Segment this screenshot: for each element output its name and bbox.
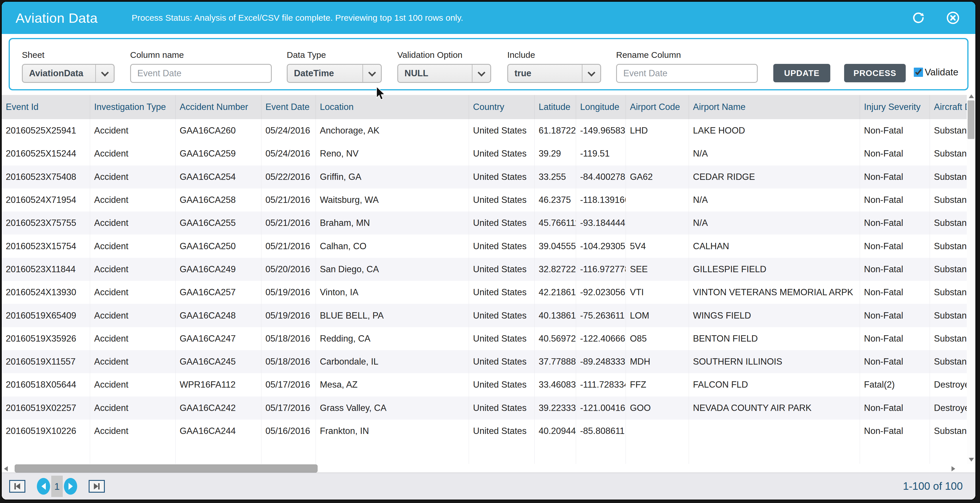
column-header[interactable]: Event Id (2, 95, 90, 119)
table-cell: 45.766111 (535, 211, 576, 235)
table-row[interactable]: 20160518X05644AccidentWPR16FA11205/17/20… (2, 373, 967, 396)
table-row[interactable]: 20160525X15244AccidentGAA16CA25905/24/20… (2, 142, 967, 165)
table-cell: United States (469, 211, 535, 235)
column-header[interactable]: Location (316, 95, 469, 119)
table-cell: Accident (90, 211, 176, 235)
table-cell: United States (469, 420, 535, 443)
table-row[interactable]: 20160523X15754AccidentGAA16CA25005/21/20… (2, 235, 967, 257)
table-cell: VTI (626, 281, 689, 304)
column-header[interactable]: Event Date (261, 95, 316, 119)
table-cell (469, 443, 535, 464)
include-select[interactable]: true (507, 64, 601, 83)
table-row[interactable]: 20160519X10226AccidentGAA16CA24405/16/20… (2, 420, 967, 443)
table-cell: 40.569722 (535, 327, 576, 350)
first-page-button[interactable] (9, 480, 25, 493)
validation-option-select[interactable]: NULL (397, 64, 491, 83)
table-cell: United States (469, 373, 535, 396)
column-header[interactable]: Country (469, 95, 535, 119)
horizontal-scrollbar[interactable] (2, 464, 967, 473)
column-name-input[interactable] (130, 64, 272, 83)
table-cell: 5V4 (626, 235, 689, 257)
table-cell: N/A (689, 189, 860, 211)
process-button[interactable]: PROCESS (844, 64, 906, 82)
table-cell: GAA16CA255 (176, 211, 261, 235)
table-cell: 05/17/2016 (261, 397, 316, 420)
table-cell: BLUE BELL, PA (316, 304, 469, 327)
table-cell: Griffin, GA (316, 165, 469, 189)
column-header[interactable]: Airport Name (689, 95, 860, 119)
column-header[interactable]: Longitude (576, 95, 626, 119)
validate-checkbox[interactable] (914, 68, 923, 77)
next-page-button[interactable] (64, 478, 77, 495)
table-cell: Substantial (930, 235, 967, 257)
column-header[interactable]: Latitude (535, 95, 576, 119)
update-button[interactable]: UPDATE (773, 64, 830, 82)
table-cell: -93.184444 (576, 211, 626, 235)
table-cell: 05/17/2016 (261, 373, 316, 396)
table-row[interactable]: 20160523X75755AccidentGAA16CA25505/21/20… (2, 211, 967, 235)
include-select-arrow[interactable] (582, 65, 600, 82)
table-row[interactable]: 20160519X65409AccidentGAA16CA24805/19/20… (2, 304, 967, 327)
last-page-button[interactable] (89, 480, 105, 493)
scroll-left-arrow-icon[interactable] (4, 466, 8, 471)
table-cell (689, 420, 860, 443)
data-type-select-arrow[interactable] (363, 65, 381, 82)
validate-field: Validate (914, 67, 958, 78)
validation-option-select-arrow[interactable] (472, 65, 490, 82)
sheet-select[interactable]: AviationData (22, 64, 115, 83)
validate-label[interactable]: Validate (925, 67, 958, 78)
page-title: Aviation Data (16, 10, 98, 26)
sheet-select-arrow[interactable] (95, 65, 114, 82)
table-cell: 05/24/2016 (261, 142, 316, 165)
table-cell: LOM (626, 304, 689, 327)
close-icon[interactable] (946, 11, 960, 25)
table-row[interactable]: 20160523X75408AccidentGAA16CA25405/22/20… (2, 165, 967, 189)
app-root: Aviation Data Process Status: Analysis o… (0, 0, 980, 503)
rename-column-field: Rename Column (616, 50, 758, 83)
table-cell: 20160523X75755 (2, 211, 90, 235)
table-cell: Mesa, AZ (316, 373, 469, 396)
table-cell (626, 443, 689, 464)
table-cell: Non-Fatal (860, 304, 930, 327)
table-cell: 05/21/2016 (261, 211, 316, 235)
scroll-down-arrow-icon[interactable] (969, 458, 974, 462)
table-row[interactable]: 20160523X11844AccidentGAA16CA24905/20/20… (2, 258, 967, 281)
table-row[interactable]: 20160519X11557AccidentGAA16CA24505/18/20… (2, 350, 967, 373)
table-cell: Accident (90, 420, 176, 443)
table-cell: Accident (90, 235, 176, 257)
column-header[interactable]: Aircraft Damage (930, 95, 967, 119)
table-row[interactable]: 20160524X71954AccidentGAA16CA25805/21/20… (2, 189, 967, 211)
table-cell (930, 443, 967, 464)
data-type-select[interactable]: DateTime (287, 64, 382, 83)
scroll-up-arrow-icon[interactable] (969, 94, 974, 98)
table-cell: United States (469, 304, 535, 327)
table-cell (535, 443, 576, 464)
previous-page-button[interactable] (37, 478, 50, 495)
vertical-scrollbar-thumb[interactable] (967, 100, 975, 139)
column-header[interactable]: Injury Severity (860, 95, 930, 119)
last-page-icon (98, 483, 100, 489)
column-header[interactable]: Accident Number (176, 95, 261, 119)
table-cell: 20160524X13930 (2, 281, 90, 304)
table-row[interactable]: 20160525X25941AccidentGAA16CA26005/24/20… (2, 119, 967, 142)
table-cell: -104.293055 (576, 235, 626, 257)
column-header[interactable]: Airport Code (626, 95, 689, 119)
table-row[interactable]: 20160519X02257AccidentGAA16CA24205/17/20… (2, 397, 967, 420)
table-cell: Accident (90, 373, 176, 396)
refresh-icon[interactable] (912, 11, 925, 25)
table-row[interactable]: 20160524X13930AccidentGAA16CA25705/19/20… (2, 281, 967, 304)
scroll-right-arrow-icon[interactable] (951, 466, 955, 471)
rename-column-input[interactable] (616, 64, 758, 83)
current-page-number[interactable]: 1 (51, 476, 63, 497)
table-cell: 61.187222 (535, 119, 576, 142)
vertical-scrollbar[interactable] (967, 95, 975, 464)
table-cell: United States (469, 281, 535, 304)
table-row[interactable]: 20160519X35926AccidentGAA16CA24705/18/20… (2, 327, 967, 350)
horizontal-scrollbar-thumb[interactable] (15, 465, 318, 473)
data-table: Event IdInvestigation TypeAccident Numbe… (2, 95, 967, 464)
table-cell: Accident (90, 189, 176, 211)
table-cell: GOO (626, 397, 689, 420)
table-cell: Substantial (930, 304, 967, 327)
column-header[interactable]: Investigation Type (90, 95, 176, 119)
table-cell: LAKE HOOD (689, 119, 860, 142)
